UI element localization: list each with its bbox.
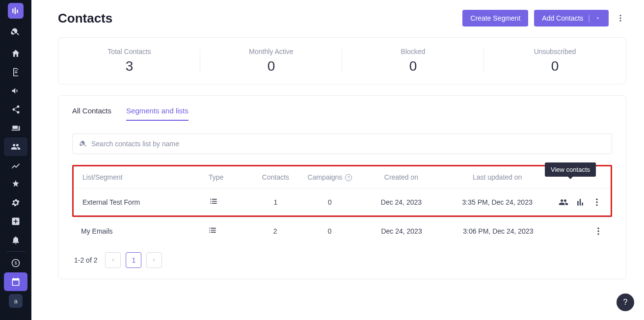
nav-billing[interactable]: $ xyxy=(4,254,27,272)
svg-rect-1 xyxy=(15,7,16,14)
nav-apps[interactable] xyxy=(4,212,27,231)
cell-created: Dec 24, 2023 xyxy=(359,188,443,216)
nav-home[interactable] xyxy=(4,44,27,63)
sidebar-search-button[interactable] xyxy=(4,23,27,41)
button-separator: | xyxy=(588,14,590,22)
svg-point-5 xyxy=(620,15,621,16)
stat-monthly-active: Monthly Active 0 xyxy=(200,48,342,74)
nav-notifications[interactable] xyxy=(4,231,27,249)
page-more-button[interactable] xyxy=(615,10,626,26)
stat-blocked: Blocked 0 xyxy=(342,48,484,74)
avatar-letter: a xyxy=(14,297,17,305)
nav-analytics[interactable] xyxy=(4,156,27,175)
pager-next-button[interactable] xyxy=(146,252,162,268)
page-title: Contacts xyxy=(58,11,112,26)
analytics-icon[interactable] xyxy=(575,197,585,207)
search-box[interactable] xyxy=(72,133,612,154)
cell-updated: 3:06 PM, Dec 24, 2023 xyxy=(444,217,553,245)
app-logo[interactable] xyxy=(8,3,24,19)
stat-label: Total Contacts xyxy=(58,48,200,55)
search-icon xyxy=(80,140,87,148)
help-fab[interactable]: ? xyxy=(617,293,634,311)
add-contacts-button[interactable]: Add Contacts | xyxy=(534,10,609,27)
main-content: Contacts Create Segment Add Contacts | T… xyxy=(31,0,644,320)
pager-prev-button[interactable] xyxy=(105,252,121,268)
svg-point-8 xyxy=(596,198,597,200)
header-actions: Create Segment Add Contacts | xyxy=(462,10,626,27)
table-row[interactable]: My Emails 2 0 Dec 24, 2023 3:06 PM, Dec … xyxy=(72,217,612,245)
nav-templates[interactable] xyxy=(4,63,27,81)
cell-contacts: 2 xyxy=(250,217,300,245)
nav-settings[interactable] xyxy=(4,193,27,212)
cell-campaigns: 0 xyxy=(300,217,359,245)
tooltip-view-contacts: View contacts xyxy=(545,162,596,177)
nav-calendar[interactable] xyxy=(4,272,27,291)
nav-campaigns[interactable] xyxy=(4,81,27,100)
col-header-created: Created on xyxy=(359,166,443,188)
stat-label: Unsubscribed xyxy=(484,48,626,55)
cell-name: External Test Form xyxy=(74,188,207,216)
search-input[interactable] xyxy=(91,140,605,148)
nav-automation[interactable] xyxy=(4,175,27,193)
chevron-down-icon xyxy=(595,15,601,21)
more-vert-icon xyxy=(616,14,625,23)
view-contacts-icon[interactable] xyxy=(559,197,568,207)
question-icon: ? xyxy=(623,298,628,307)
col-header-campaigns: Campaigns ? xyxy=(300,166,359,188)
highlight-annotation: List/Segment Type Contacts Campaigns ? C… xyxy=(72,165,612,217)
col-header-updated: Last updated on xyxy=(443,166,552,188)
col-header-contacts: Contacts xyxy=(251,166,300,188)
stat-value: 3 xyxy=(58,58,200,74)
svg-point-10 xyxy=(596,204,597,206)
cell-actions xyxy=(553,217,612,245)
sidebar-divider xyxy=(6,251,26,252)
sidebar: $ a xyxy=(0,0,31,320)
chevron-right-icon xyxy=(151,257,157,263)
stat-value: 0 xyxy=(342,58,484,74)
stat-label: Blocked xyxy=(342,48,484,55)
list-icon xyxy=(208,225,217,235)
svg-rect-2 xyxy=(17,10,18,13)
pager-page-1[interactable]: 1 xyxy=(126,252,141,268)
user-avatar-badge[interactable]: a xyxy=(9,294,23,308)
list-icon xyxy=(209,196,218,206)
stat-total-contacts: Total Contacts 3 xyxy=(58,48,200,74)
pager: 1-2 of 2 1 xyxy=(72,252,612,268)
nav-share[interactable] xyxy=(4,100,27,119)
row-more-icon[interactable] xyxy=(592,197,602,207)
create-segment-button[interactable]: Create Segment xyxy=(462,10,528,27)
segments-card: All Contacts Segments and lists List/Seg… xyxy=(58,95,626,279)
add-contacts-label: Add Contacts xyxy=(542,14,583,22)
cell-type xyxy=(207,188,251,216)
svg-point-11 xyxy=(597,227,599,229)
col-header-type: Type xyxy=(207,166,251,188)
svg-point-6 xyxy=(620,18,621,19)
page-header: Contacts Create Segment Add Contacts | xyxy=(58,10,626,27)
stat-value: 0 xyxy=(484,58,626,74)
svg-point-9 xyxy=(596,201,597,203)
row-more-icon[interactable] xyxy=(593,226,603,236)
pager-summary: 1-2 of 2 xyxy=(74,256,97,264)
stat-value: 0 xyxy=(200,58,342,74)
tab-segments-lists[interactable]: Segments and lists xyxy=(126,107,188,121)
help-icon[interactable]: ? xyxy=(345,174,352,181)
segments-table-continued: My Emails 2 0 Dec 24, 2023 3:06 PM, Dec … xyxy=(72,217,612,244)
stats-card: Total Contacts 3 Monthly Active 0 Blocke… xyxy=(58,37,626,84)
nav-devices[interactable] xyxy=(4,119,27,137)
cell-updated: 3:35 PM, Dec 24, 2023 xyxy=(443,188,552,216)
cell-type xyxy=(206,217,250,245)
segments-table: List/Segment Type Contacts Campaigns ? C… xyxy=(74,166,611,215)
tab-all-contacts[interactable]: All Contacts xyxy=(72,107,111,121)
footer-background xyxy=(31,301,644,320)
cell-contacts: 1 xyxy=(251,188,300,216)
table-row[interactable]: External Test Form 1 0 Dec 24, 2023 3:35… xyxy=(74,188,611,216)
svg-text:$: $ xyxy=(14,261,17,266)
svg-rect-0 xyxy=(12,9,13,13)
stat-label: Monthly Active xyxy=(200,48,342,55)
tabs: All Contacts Segments and lists xyxy=(72,107,612,121)
col-header-name: List/Segment xyxy=(74,166,207,188)
cell-actions xyxy=(552,188,611,216)
nav-contacts[interactable] xyxy=(4,137,27,156)
cell-name: My Emails xyxy=(72,217,206,245)
cell-created: Dec 24, 2023 xyxy=(359,217,444,245)
